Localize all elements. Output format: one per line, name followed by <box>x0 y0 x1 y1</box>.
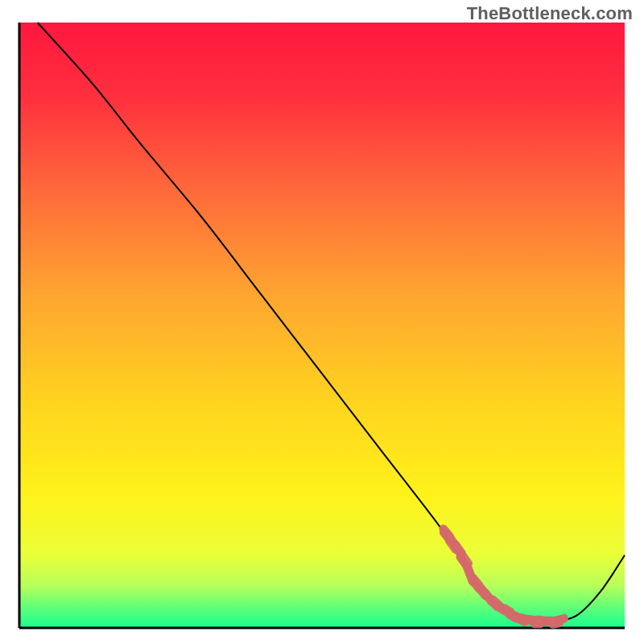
svg-point-61 <box>548 617 556 625</box>
chart-svg <box>18 21 626 630</box>
svg-point-60 <box>536 617 544 625</box>
chart-background <box>19 23 625 628</box>
bottleneck-chart <box>18 21 626 630</box>
svg-point-62 <box>560 615 568 623</box>
